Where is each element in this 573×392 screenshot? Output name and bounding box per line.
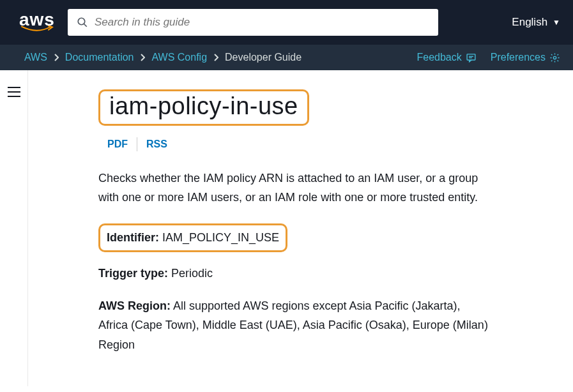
- trigger-label: Trigger type:: [98, 267, 168, 280]
- page-title: iam-policy-in-use: [109, 93, 298, 120]
- sidebar-toggle-column: [0, 70, 28, 386]
- top-bar: aws English ▼: [0, 0, 573, 45]
- svg-point-0: [78, 18, 85, 25]
- language-selector[interactable]: English ▼: [512, 16, 560, 29]
- trigger-field: Trigger type: Periodic: [98, 264, 488, 283]
- gear-icon: [549, 52, 560, 63]
- svg-point-5: [553, 56, 556, 59]
- aws-smile-icon: [20, 26, 54, 33]
- identifier-label: Identifier:: [107, 231, 159, 244]
- preferences-link[interactable]: Preferences: [491, 52, 560, 63]
- language-label: English: [512, 16, 547, 29]
- crumb-aws-config[interactable]: AWS Config: [151, 52, 207, 63]
- description-text: Checks whether the IAM policy ARN is att…: [98, 169, 488, 207]
- content-row: iam-policy-in-use PDF RSS Checks whether…: [0, 70, 573, 386]
- separator: [137, 137, 137, 151]
- crumb-developer-guide: Developer Guide: [225, 52, 302, 63]
- breadcrumb-bar: AWS Documentation AWS Config Developer G…: [0, 45, 573, 70]
- feedback-link[interactable]: Feedback: [416, 52, 476, 63]
- trigger-value: Periodic: [171, 267, 213, 280]
- pdf-link[interactable]: PDF: [107, 139, 128, 150]
- crumb-aws[interactable]: AWS: [24, 52, 47, 63]
- crumb-documentation[interactable]: Documentation: [65, 52, 134, 63]
- search-box[interactable]: [68, 9, 438, 36]
- nav-actions: Feedback Preferences: [416, 52, 560, 63]
- chevron-right-icon: [54, 54, 59, 61]
- svg-rect-2: [467, 54, 475, 59]
- svg-line-1: [84, 24, 87, 27]
- chevron-right-icon: [140, 54, 145, 61]
- caret-down-icon: ▼: [553, 18, 560, 27]
- search-input[interactable]: [95, 16, 429, 29]
- title-highlight-box: iam-policy-in-use: [98, 89, 309, 126]
- main-content: iam-policy-in-use PDF RSS Checks whether…: [28, 70, 526, 386]
- feedback-label: Feedback: [416, 52, 461, 63]
- chevron-right-icon: [213, 54, 218, 61]
- region-field: AWS Region: All supported AWS regions ex…: [98, 296, 488, 355]
- format-links: PDF RSS: [107, 137, 488, 151]
- hamburger-icon[interactable]: [8, 87, 20, 97]
- preferences-label: Preferences: [491, 52, 546, 63]
- aws-logo[interactable]: aws: [19, 11, 55, 33]
- feedback-icon: [466, 52, 477, 63]
- region-label: AWS Region:: [98, 299, 171, 312]
- search-icon: [77, 17, 88, 28]
- identifier-highlight-box: Identifier: IAM_POLICY_IN_USE: [98, 223, 287, 252]
- identifier-value: IAM_POLICY_IN_USE: [162, 231, 279, 244]
- rss-link[interactable]: RSS: [146, 139, 167, 150]
